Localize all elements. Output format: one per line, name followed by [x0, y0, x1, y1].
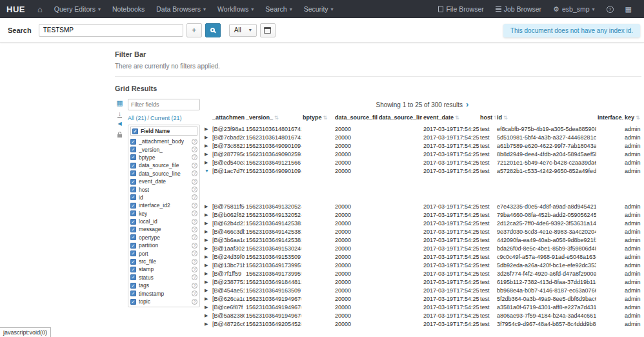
field-checkbox[interactable]: ✓	[130, 163, 136, 168]
table-row[interactable]: ▶[B@7cbad2c41562310361480167425200002017…	[203, 133, 641, 141]
row-expand-toggle[interactable]: ▶	[203, 158, 211, 167]
time-scope-select[interactable]: All ▾	[229, 24, 257, 37]
field-help-icon[interactable]: ?	[192, 194, 197, 200]
field-item-bptype[interactable]: ✓bptype?	[130, 154, 197, 161]
nav-item-apps[interactable]: ▦	[619, 0, 638, 18]
table-row[interactable]: ▶[B@62b4d21c1562310364914253824200002017…	[203, 219, 641, 227]
field-checkbox[interactable]: ✓	[130, 291, 136, 296]
row-expand-toggle[interactable]: ▶	[203, 141, 211, 150]
row-expand-toggle[interactable]: ▶	[203, 261, 211, 269]
field-help-icon[interactable]: ?	[192, 170, 197, 176]
field-help-icon[interactable]: ?	[192, 179, 197, 185]
table-row[interactable]: ▶[B@5a8238021562310364919496706200002017…	[203, 311, 641, 320]
nav-item-esb-smp[interactable]: ⚙esb_smp▾	[547, 0, 601, 18]
nav-item-search[interactable]: Search▾	[259, 0, 297, 18]
field-checkbox[interactable]: ✓	[130, 243, 136, 249]
field-item-host[interactable]: ✓host?	[130, 185, 197, 193]
select-all-fields-checkbox[interactable]: ✓	[132, 128, 138, 134]
row-expand-toggle[interactable]: ▶	[203, 278, 211, 286]
column-header-key[interactable]: key⇅	[623, 113, 641, 125]
column-header-version[interactable]: _version_⇅	[245, 113, 301, 125]
table-row[interactable]: ▶[B@287795da1562310364909025920200002017…	[203, 150, 641, 158]
field-help-icon[interactable]: ?	[192, 299, 197, 305]
field-checkbox[interactable]: ✓	[130, 203, 136, 209]
search-query-input[interactable]	[39, 24, 183, 37]
field-checkbox[interactable]: ✓	[130, 179, 136, 185]
table-row[interactable]: ▼[B@1ac7d7691562310364909010945200002017…	[203, 167, 641, 175]
nav-item-security[interactable]: Security▾	[298, 0, 339, 18]
sort-icon[interactable]: ⇅	[274, 115, 279, 121]
field-help-icon[interactable]: ?	[192, 210, 197, 216]
column-header-attachment-body[interactable]: _attachment_body⇅	[211, 113, 245, 125]
column-header-host[interactable]: host⇅	[479, 113, 496, 125]
field-item-interface-id2[interactable]: ✓interface_id2?	[130, 201, 197, 209]
lock-icon[interactable]	[117, 134, 122, 138]
chevron-right-icon[interactable]: ›	[466, 99, 468, 109]
field-checkbox[interactable]: ✓	[130, 170, 136, 176]
field-checkbox[interactable]: ✓	[130, 299, 136, 305]
row-expand-toggle[interactable]: ▶	[203, 236, 211, 244]
table-row[interactable]: ▶[B@24d39f0f1562310364915350976200002017…	[203, 252, 641, 261]
nav-item-file-browser[interactable]: File Browser	[432, 0, 489, 18]
column-header-data-source-file[interactable]: data_source_file⇅	[334, 113, 377, 125]
field-help-icon[interactable]: ?	[192, 187, 197, 192]
column-header-data-source-line[interactable]: data_source_line⇅	[377, 113, 422, 125]
field-help-icon[interactable]: ?	[192, 274, 197, 280]
nav-item-workflows[interactable]: Workflows▾	[212, 0, 259, 18]
table-row[interactable]: ▶[B@48726c661562310364920545280200002017…	[203, 320, 641, 328]
row-expand-toggle[interactable]: ▶	[203, 244, 211, 252]
row-expand-toggle[interactable]: ▶	[203, 125, 211, 133]
field-help-icon[interactable]: ?	[192, 163, 197, 168]
field-item-data-source-line[interactable]: ✓data_source_line?	[130, 170, 197, 178]
table-row[interactable]: ▶[B@1aaf3021562310364915302400200002017-…	[203, 244, 641, 252]
table-row[interactable]: ▶[B@75811f5c1562310364913205248200002017…	[203, 202, 641, 210]
field-item-tags[interactable]: ✓tags?	[130, 281, 197, 289]
field-help-icon[interactable]: ?	[192, 267, 197, 272]
row-expand-toggle[interactable]: ▼	[203, 167, 211, 175]
field-item-data-source-file[interactable]: ✓data_source_file?	[130, 161, 197, 169]
table-row[interactable]: ▶[B@626ca1d11562310364919496704200002017…	[203, 294, 641, 303]
field-item-message[interactable]: ✓message?	[130, 225, 197, 233]
column-header-id[interactable]: id⇅	[496, 113, 596, 125]
current-fields-link[interactable]: Current (21)	[150, 115, 182, 121]
field-help-icon[interactable]: ?	[192, 147, 197, 152]
nav-item-home[interactable]: ⌂	[32, 0, 48, 18]
field-item-key[interactable]: ✓key?	[130, 210, 197, 218]
field-help-icon[interactable]: ?	[192, 259, 197, 265]
row-expand-toggle[interactable]: ▶	[203, 150, 211, 158]
field-help-icon[interactable]: ?	[192, 203, 197, 209]
table-row[interactable]: ▶[B@7f1ff591562310364917399553200002017-…	[203, 269, 641, 278]
nav-item-job-browser[interactable]: Job Browser	[490, 0, 547, 18]
field-checkbox[interactable]: ✓	[130, 154, 136, 160]
add-facet-button[interactable]: +	[186, 23, 202, 37]
table-row[interactable]: ▶[B@13bc71b11562310364917399552200002017…	[203, 261, 641, 269]
nav-item-query-editors[interactable]: Query Editors▾	[48, 0, 106, 18]
field-help-icon[interactable]: ?	[192, 250, 197, 256]
field-checkbox[interactable]: ✓	[130, 259, 136, 265]
field-checkbox[interactable]: ✓	[130, 219, 136, 225]
row-expand-toggle[interactable]: ▶	[203, 219, 211, 227]
field-help-icon[interactable]: ?	[192, 243, 197, 249]
nav-item-notebooks[interactable]: Notebooks	[106, 0, 150, 18]
table-row[interactable]: ▶[B@b062f821562310364913205249200002017-…	[203, 210, 641, 219]
row-expand-toggle[interactable]: ▶	[203, 210, 211, 219]
table-row[interactable]: ▶[B@3b6aa1d21562310364914253826200002017…	[203, 236, 641, 244]
row-expand-toggle[interactable]: ▶	[203, 133, 211, 141]
row-expand-toggle[interactable]: ▶	[203, 294, 211, 303]
nav-item-help[interactable]: ?	[601, 0, 619, 18]
row-expand-toggle[interactable]: ▶	[203, 286, 211, 294]
field-help-icon[interactable]: ?	[192, 283, 197, 289]
chevron-left-icon[interactable]: ◀	[117, 121, 121, 127]
field-item-port[interactable]: ✓port?	[130, 249, 197, 257]
field-help-icon[interactable]: ?	[192, 219, 197, 225]
table-row[interactable]: ▶[B@23f98a1f1562310361480167424200002017…	[203, 125, 641, 133]
row-expand-toggle[interactable]: ▶	[203, 269, 211, 278]
field-item-status[interactable]: ✓status?	[130, 274, 197, 281]
table-row[interactable]: ▶[B@ed540e31562310364912156672200002017-…	[203, 158, 641, 167]
field-item-event-date[interactable]: ✓event_date?	[130, 178, 197, 185]
field-checkbox[interactable]: ✓	[130, 267, 136, 272]
field-item-version[interactable]: ✓_version_?	[130, 145, 197, 153]
row-expand-toggle[interactable]: ▶	[203, 311, 211, 320]
field-help-icon[interactable]: ?	[192, 154, 197, 160]
row-expand-toggle[interactable]: ▶	[203, 227, 211, 236]
